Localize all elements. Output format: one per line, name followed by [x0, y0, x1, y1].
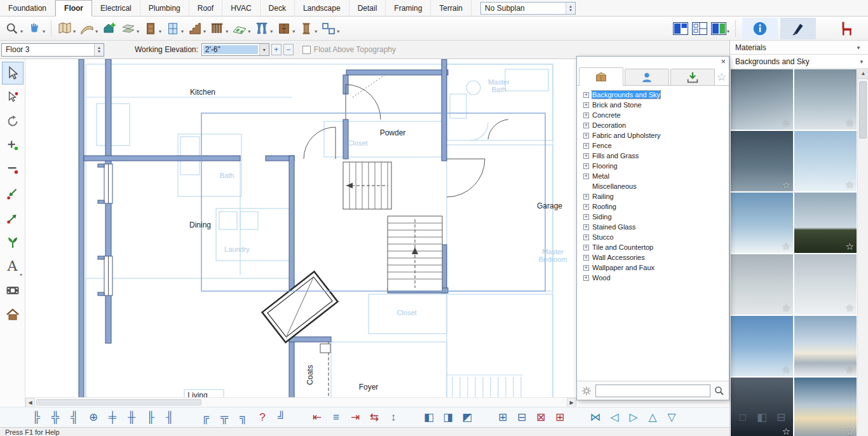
- category-dropdown-icon[interactable]: ▾: [860, 58, 863, 65]
- material-thumb-cumulus-sky[interactable]: ☆: [730, 315, 794, 377]
- furniture-button[interactable]: [835, 18, 860, 39]
- tee-join-icon[interactable]: ╦: [217, 411, 231, 424]
- library-item-siding[interactable]: +Siding: [583, 212, 729, 222]
- material-thumb-clear-pale-sky[interactable]: ☆: [794, 130, 857, 192]
- wall-intersect-icon[interactable]: ⊕: [86, 411, 100, 424]
- material-thumb-dusk-sky[interactable]: ☆: [730, 130, 794, 192]
- material-thumb-morning-clouds[interactable]: ☆: [730, 192, 794, 254]
- plant-tool-button[interactable]: [2, 231, 24, 254]
- elevation-input[interactable]: 2'-6" ▾: [201, 43, 269, 56]
- material-thumb-hazy-sky[interactable]: ☆: [794, 69, 857, 130]
- wall-connect-h-icon[interactable]: ╪: [105, 411, 119, 424]
- rotate-tool-button[interactable]: [2, 110, 24, 133]
- library-item-fills-and-grass[interactable]: +Fills and Grass: [583, 151, 729, 161]
- cabinet-button[interactable]: [275, 19, 294, 38]
- anchor-delete-icon[interactable]: ⊠: [534, 411, 548, 424]
- view-layout-2-button[interactable]: [690, 19, 709, 38]
- materials-category-row[interactable]: Backgrounds and Sky ▾: [730, 55, 868, 69]
- terrain-button[interactable]: [119, 19, 138, 38]
- material-thumb-field-horizon[interactable]: ☆: [794, 192, 857, 254]
- library-item-tile-and-countertop[interactable]: +Tile and Countertop: [583, 242, 729, 252]
- library-item-stained-glass[interactable]: +Stained Glass: [583, 222, 729, 232]
- mirror-horizontal-icon[interactable]: ⋈: [588, 411, 602, 424]
- expander-icon[interactable]: +: [583, 174, 589, 179]
- text-tool-caret-icon[interactable]: ▸: [20, 272, 23, 277]
- pan-button[interactable]: [25, 19, 44, 38]
- people-tab[interactable]: [625, 69, 669, 85]
- scroll-up-icon[interactable]: ▲: [858, 69, 868, 79]
- wall-connect-v-icon[interactable]: ╫: [125, 411, 139, 424]
- expander-icon[interactable]: +: [583, 143, 589, 149]
- annotate-pen-button[interactable]: [780, 18, 816, 39]
- favorite-star-icon[interactable]: ☆: [846, 426, 854, 436]
- menu-tab-hvac[interactable]: HVAC: [222, 0, 260, 16]
- favorite-star-icon[interactable]: ☆: [846, 118, 854, 129]
- menu-tab-floor[interactable]: Floor: [55, 0, 92, 17]
- favorite-star-icon[interactable]: ☆: [782, 303, 790, 314]
- curtains-button[interactable]: [252, 19, 271, 38]
- gear-icon[interactable]: [581, 385, 592, 397]
- select-special-tool-button[interactable]: [2, 86, 24, 109]
- downloads-tab[interactable]: [670, 69, 715, 85]
- view-split-icon[interactable]: ◧: [755, 411, 769, 424]
- column-button[interactable]: [297, 19, 316, 38]
- menu-tab-roof[interactable]: Roof: [189, 0, 222, 16]
- floor-tiles-button[interactable]: [230, 19, 249, 38]
- corner-join-bottom-icon[interactable]: ╝: [275, 411, 288, 424]
- favorite-star-icon[interactable]: ☆: [782, 426, 790, 436]
- railing-button[interactable]: [208, 19, 227, 38]
- materials-scrollbar-thumb[interactable]: [859, 81, 867, 139]
- expander-icon[interactable]: +: [583, 235, 589, 240]
- floor-selector[interactable]: Floor 3 ▲▼: [1, 43, 104, 57]
- library-item-railing[interactable]: +Railing: [583, 191, 729, 201]
- text-tool-button[interactable]: A▸: [2, 255, 24, 278]
- window-button[interactable]: [163, 19, 182, 38]
- walls-button[interactable]: [55, 19, 74, 38]
- flip-down-icon[interactable]: ▽: [665, 411, 679, 424]
- view-section-icon[interactable]: ⊟: [774, 411, 788, 424]
- menu-tab-detail[interactable]: Detail: [349, 0, 386, 16]
- anchor-collapse-icon[interactable]: ⊟: [515, 411, 529, 424]
- library-item-fabric-and-upholstery[interactable]: +Fabric and Upholstery: [583, 130, 729, 140]
- library-item-roofing[interactable]: +Roofing: [583, 201, 729, 212]
- corner-join-right-icon[interactable]: ╗: [236, 411, 250, 424]
- swap-horizontal-icon[interactable]: ⇆: [367, 411, 381, 424]
- elevation-value[interactable]: 2'-6": [203, 45, 258, 54]
- expander-icon[interactable]: +: [583, 92, 589, 98]
- material-thumb-overcast[interactable]: ☆: [730, 254, 794, 315]
- snap-out-tool-button[interactable]: [2, 207, 24, 229]
- fill-corner-icon[interactable]: ◩: [460, 411, 474, 424]
- library-item-concrete[interactable]: +Concrete: [583, 110, 729, 120]
- anchor-expand-icon[interactable]: ⊞: [496, 411, 510, 424]
- menu-tab-foundation[interactable]: Foundation: [0, 0, 55, 16]
- expander-icon[interactable]: +: [583, 163, 589, 169]
- favorite-star-icon[interactable]: ☆: [846, 179, 854, 191]
- flip-up-icon[interactable]: △: [646, 411, 660, 424]
- expander-icon[interactable]: +: [583, 102, 589, 108]
- menu-tab-terrain[interactable]: Terrain: [431, 0, 471, 16]
- add-point-tool-button[interactable]: [2, 134, 24, 157]
- floor-spinner[interactable]: ▲▼: [94, 44, 104, 56]
- library-search-input[interactable]: [595, 385, 710, 397]
- expander-icon[interactable]: +: [583, 153, 589, 159]
- favorite-star-icon[interactable]: ☆: [846, 241, 854, 252]
- measure-query-icon[interactable]: ?: [255, 411, 269, 424]
- wall-join-icon[interactable]: ╬: [48, 411, 62, 424]
- flip-left-icon[interactable]: ◁: [607, 411, 621, 424]
- zoom-button[interactable]: [3, 19, 22, 38]
- favorites-star-icon[interactable]: ☆: [716, 69, 727, 85]
- walkthrough-tool-button[interactable]: [2, 279, 24, 302]
- scrollbar-thumb[interactable]: [36, 399, 201, 405]
- favorite-star-icon[interactable]: ☆: [782, 364, 790, 376]
- view-layout-3-button[interactable]: [709, 19, 728, 38]
- roof-button[interactable]: [78, 19, 97, 38]
- canvas-horizontal-scrollbar[interactable]: ◀ ▶: [25, 397, 576, 407]
- expander-icon[interactable]: +: [583, 265, 589, 271]
- expander-icon[interactable]: +: [583, 194, 589, 200]
- materials-scrollbar[interactable]: ▲: [857, 69, 868, 436]
- search-icon[interactable]: [714, 385, 725, 397]
- favorite-star-icon[interactable]: ☆: [782, 118, 790, 129]
- expander-icon[interactable]: +: [583, 224, 589, 230]
- favorite-star-icon[interactable]: ☆: [782, 241, 790, 252]
- wall-trim-icon[interactable]: ╣: [67, 411, 81, 424]
